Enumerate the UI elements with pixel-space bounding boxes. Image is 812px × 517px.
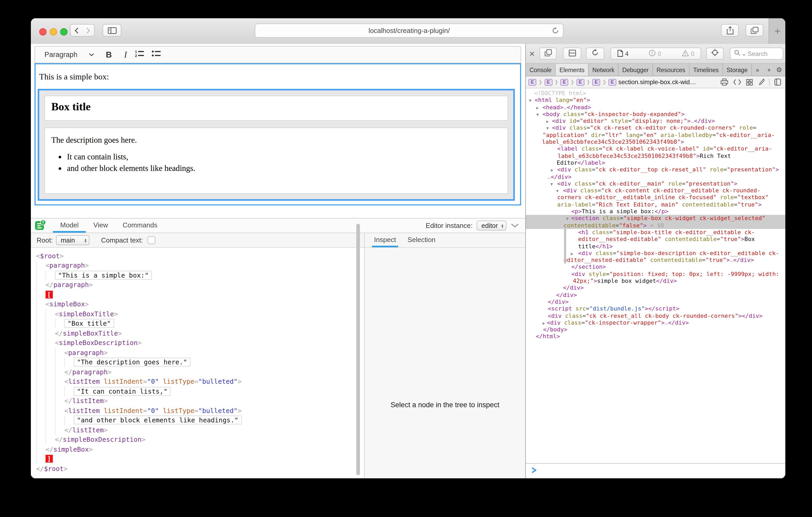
code-line[interactable]: ▼<div class="ck ck-editor__main" role="p… — [526, 180, 785, 187]
code-line[interactable]: aria-label="Rich Text Editor, main" cont… — [526, 201, 785, 208]
bulleted-list-button[interactable] — [152, 47, 161, 63]
model-tree-line[interactable]: <paragraph> — [36, 261, 364, 270]
compact-text-checkbox[interactable] — [148, 236, 156, 244]
element-badge-icon[interactable]: E — [608, 79, 616, 86]
share-button[interactable] — [721, 24, 739, 37]
tab-view[interactable]: View — [86, 218, 115, 233]
reload-page-button[interactable] — [586, 48, 604, 60]
model-tree-line[interactable]: </simpleBox> — [36, 444, 364, 454]
collapse-inspector-icon[interactable] — [511, 222, 519, 230]
model-tree-line[interactable]: </listItem> — [36, 425, 364, 435]
expanded-triangle-icon[interactable]: ▼ — [556, 188, 559, 195]
code-line[interactable]: corners ck-editor__editable_inline ck-fo… — [526, 194, 785, 201]
code-line[interactable]: </section> — [526, 264, 785, 271]
simple-box-widget[interactable]: Box title The description goes here. It … — [38, 89, 515, 201]
code-line[interactable]: <!DOCTYPE html> — [526, 90, 785, 97]
code-line[interactable]: <p>This is a simple box:</p> — [526, 208, 785, 215]
code-line[interactable]: <div class="ck ck-reset_all ck-body ck-r… — [526, 312, 785, 320]
code-line[interactable]: </div> — [526, 285, 785, 292]
collapsed-triangle-icon[interactable]: ▶ — [543, 320, 545, 327]
code-line[interactable]: label_e63cbbfece34c53ce23501062343f49b8"… — [526, 152, 785, 159]
element-badge-icon[interactable]: E — [544, 79, 552, 86]
code-line[interactable]: ▼<div class="ck ck-content ck-editor__ed… — [526, 187, 785, 194]
code-line[interactable]: ▼<body class="ck-inspector-body-expanded… — [526, 111, 785, 118]
element-badge-icon[interactable]: E — [560, 79, 568, 86]
model-tree-line[interactable]: </$root> — [36, 464, 364, 473]
close-devtools-button[interactable]: ✕ — [529, 44, 535, 63]
element-badge-icon[interactable]: E — [592, 79, 600, 86]
code-line[interactable]: </html> — [526, 333, 785, 340]
breadcrumb-selected-node[interactable]: section.simple-box.ck-wid… — [618, 79, 696, 86]
code-line[interactable]: "application" dir="ltr" lang="en" aria-l… — [526, 132, 785, 139]
numbered-list-button[interactable]: 12 — [135, 47, 144, 63]
search-input[interactable]: Search — [730, 48, 783, 60]
devtools-tab-elements[interactable]: Elements — [556, 64, 588, 76]
sidebar-toggle-button[interactable] — [103, 24, 121, 37]
gear-icon[interactable]: ⚙ — [776, 64, 782, 76]
code-line[interactable]: …</div> — [526, 173, 785, 180]
model-tree-line[interactable]: <simpleBoxDescription> — [36, 338, 364, 347]
expanded-triangle-icon[interactable]: ▼ — [550, 181, 553, 188]
devtools-tab-resources[interactable]: Resources — [653, 64, 690, 76]
editor-instance-select[interactable]: editor ▲▼ — [477, 221, 506, 231]
show-tabs-button[interactable] — [746, 24, 763, 37]
collapsed-triangle-icon[interactable]: ▶ — [546, 118, 549, 125]
code-line[interactable]: <script src="dist/bundle.js"></script> — [526, 305, 785, 312]
side-tab-selection[interactable]: Selection — [405, 233, 438, 247]
code-line[interactable]: ▼<section class="simple-box ck-widget ck… — [526, 215, 785, 222]
code-line[interactable]: ▼<div class="ck ck-reset ck-editor ck-ro… — [526, 125, 785, 132]
code-line[interactable]: ▶<div id="editor" style="display: none;"… — [526, 118, 785, 125]
model-tree-line[interactable]: "This is a simple box:" — [36, 270, 364, 280]
model-tree-line[interactable]: <$root> — [36, 251, 364, 261]
tab-model[interactable]: Model — [53, 218, 86, 233]
italic-button[interactable]: I — [120, 47, 131, 63]
expanded-triangle-icon[interactable]: ▼ — [529, 97, 531, 104]
collapsed-triangle-icon[interactable]: ▶ — [536, 104, 539, 111]
minimize-window-button[interactable] — [50, 28, 57, 35]
code-line[interactable]: ▼<html lang="en"> — [526, 97, 785, 104]
devtools-tab-debugger[interactable]: Debugger — [619, 64, 653, 76]
editor-editable-area[interactable]: This is a simple box: Box title The desc… — [34, 63, 521, 206]
forward-button[interactable] — [82, 24, 95, 37]
simple-box-title-editable[interactable]: Box title — [45, 96, 508, 121]
collapsed-triangle-icon[interactable]: ▶ — [571, 250, 573, 257]
model-tree-line[interactable]: </simpleBoxDescription> — [36, 435, 364, 444]
code-line[interactable]: ▶<div class="ck-inspector-wrapper">…</di… — [526, 320, 785, 327]
bold-button[interactable]: B — [104, 47, 114, 63]
code-line[interactable]: label_e63cbbfece34c53ce23501062343f49b8"… — [526, 139, 785, 146]
code-line[interactable]: </div> — [526, 292, 785, 299]
code-line[interactable]: Editor</label> — [526, 159, 785, 166]
model-tree[interactable]: <$root><paragraph>"This is a simple box:… — [31, 248, 364, 478]
back-button[interactable] — [70, 24, 83, 37]
resource-status-group[interactable]: 4 0 0 — [611, 48, 701, 60]
model-tree-line[interactable]: </simpleBoxTitle> — [36, 328, 364, 338]
quick-console[interactable] — [526, 463, 785, 478]
model-tree-line[interactable]: <simpleBoxTitle> — [36, 309, 364, 318]
code-line[interactable]: ▶<div class="ck ck-editor__top ck-reset_… — [526, 166, 785, 174]
code-line[interactable]: </body> — [526, 326, 785, 333]
grid-overlay-icon[interactable] — [746, 79, 753, 86]
code-line[interactable]: <label class="ck ck-label ck-voice-label… — [526, 146, 785, 153]
dom-tree[interactable]: <!DOCTYPE html>▼<html lang="en">▶<head>…… — [526, 88, 785, 463]
paint-flashing-icon[interactable] — [758, 79, 764, 86]
devtools-tab-timelines[interactable]: Timelines — [690, 64, 723, 76]
dock-bottom-button[interactable] — [563, 48, 581, 60]
dock-side-button[interactable] — [540, 48, 557, 60]
intro-paragraph[interactable]: This is a simple box: — [39, 72, 109, 82]
side-tab-inspect[interactable]: Inspect — [372, 233, 398, 247]
tab-commands[interactable]: Commands — [115, 218, 165, 233]
model-tree-line[interactable]: "It can contain lists," — [36, 386, 364, 396]
expanded-triangle-icon[interactable]: ▼ — [546, 125, 549, 132]
print-icon[interactable] — [720, 79, 728, 86]
expanded-triangle-icon[interactable]: ▼ — [536, 111, 539, 118]
more-tabs-button[interactable]: » — [752, 64, 763, 76]
code-line[interactable]: </div> — [526, 299, 785, 306]
model-tree-line[interactable]: </paragraph> — [36, 367, 364, 377]
tree-scrollbar[interactable] — [356, 224, 360, 475]
source-code-icon[interactable] — [733, 79, 742, 85]
devtools-tab-console[interactable]: Console — [526, 64, 556, 76]
devtools-tab-storage[interactable]: Storage — [723, 64, 752, 76]
reload-icon[interactable] — [551, 27, 559, 36]
element-badge-icon[interactable]: E — [528, 79, 536, 86]
zoom-window-button[interactable] — [60, 28, 67, 35]
